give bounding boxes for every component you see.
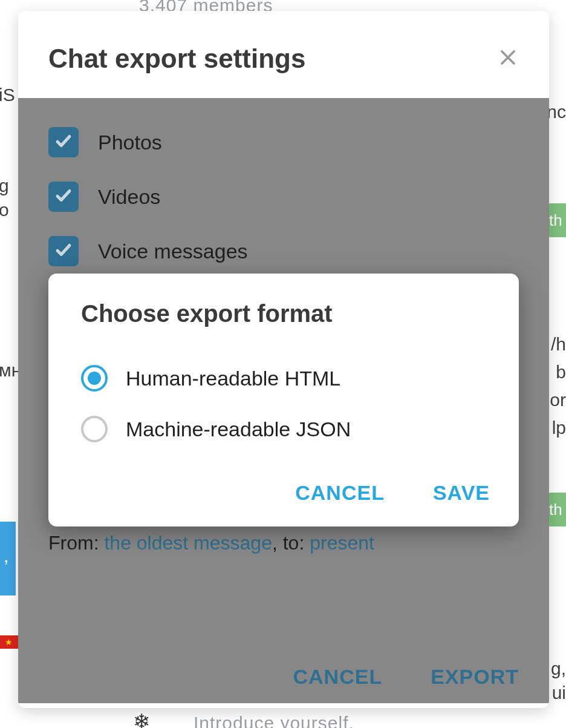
range-to-link[interactable]: present [310,532,374,554]
bg-text: o [0,200,9,220]
reaction-badge: th [547,493,566,526]
checkbox-photos[interactable] [48,127,79,157]
option-videos[interactable]: Videos [48,169,519,224]
bg-text: b [556,362,566,382]
option-label: Voice messages [98,240,248,263]
format-dialog-title: Choose export format [81,300,490,327]
bg-text: lp [552,418,566,438]
bg-text: /h [551,334,566,355]
option-label: Videos [98,185,160,209]
dialog-header: Chat export settings [18,11,549,98]
range-line: From: the oldest message, to: present [48,532,519,554]
left-edge-fragment: iS g o мн , [0,0,18,728]
range-from-link[interactable]: the oldest message [104,532,272,554]
format-save-button[interactable]: SAVE [433,481,490,505]
bg-text: , [4,546,8,566]
option-photos[interactable]: Photos [48,115,519,169]
radio-label: Human-readable HTML [126,367,340,390]
format-cancel-button[interactable]: CANCEL [295,481,385,505]
bg-text: nc [547,102,566,122]
check-icon [54,241,73,261]
close-icon [499,48,517,69]
range-prefix: From: [48,532,104,554]
checkbox-videos[interactable] [48,182,79,212]
dialog-body: Photos Videos Voice messages Format: HTM… [18,98,549,703]
format-dialog-action-bar: CANCEL SAVE [81,481,490,505]
bg-text: g [0,175,9,196]
radio-label: Machine-readable JSON [126,418,351,441]
bg-text: g, [551,658,566,679]
bg-text: iS [0,85,15,105]
format-option-json[interactable]: Machine-readable JSON [81,404,490,454]
radio-json[interactable] [81,416,108,442]
format-dialog: Choose export format Human-readable HTML… [48,274,519,526]
check-icon [54,132,73,152]
reaction-badge: th [547,203,566,237]
bg-text: or [550,390,566,410]
settings-export-button[interactable]: EXPORT [431,665,519,689]
export-settings-dialog: Chat export settings Photos [18,11,549,708]
check-icon [54,186,73,207]
right-edge-fragment: nc /h b or lp g, ui [549,0,566,728]
dialog-title: Chat export settings [48,44,305,74]
checkbox-voice-messages[interactable] [48,236,79,266]
settings-action-bar: CANCEL EXPORT [293,665,519,689]
snowflake-icon: ❄ [133,709,150,728]
settings-cancel-button[interactable]: CANCEL [293,665,383,689]
flag-icon: ★ [0,635,18,649]
format-option-html[interactable]: Human-readable HTML [81,353,490,404]
option-label: Photos [98,131,162,154]
bg-text: ui [552,683,566,703]
option-voice-messages[interactable]: Voice messages [48,224,519,278]
radio-html[interactable] [81,365,108,392]
close-button[interactable] [497,48,519,70]
range-mid: , to: [272,532,310,554]
bg-intro-text: Introduce yourself. [194,713,354,728]
